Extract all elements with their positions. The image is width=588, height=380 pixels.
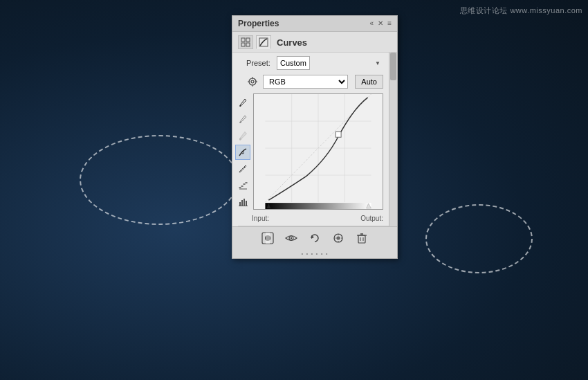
svg-rect-46 xyxy=(358,235,365,243)
eye-icon xyxy=(285,232,297,244)
curves-svg xyxy=(254,94,383,209)
curves-tool-icon[interactable] xyxy=(246,75,259,88)
svg-rect-16 xyxy=(239,202,241,206)
eyedropper-dark-svg xyxy=(238,98,248,107)
delete-button[interactable] xyxy=(353,230,370,246)
sample-shadows-tool[interactable] xyxy=(235,95,250,110)
sample-midtones-tool[interactable] xyxy=(235,111,250,127)
panel-title-bar: Properties « ✕ ≡ xyxy=(232,16,397,32)
svg-point-41 xyxy=(338,237,339,239)
title-controls: « ✕ ≡ xyxy=(370,20,392,27)
mask-icon xyxy=(261,232,274,244)
reset-button[interactable] xyxy=(306,230,323,246)
view-icon xyxy=(332,232,344,244)
auto-button[interactable]: Auto xyxy=(355,75,383,89)
channel-select-wrapper: RGB Red Green Blue xyxy=(263,75,348,89)
svg-point-11 xyxy=(240,105,241,107)
selection-oval-left xyxy=(80,135,239,225)
handle-dots: • • • • • • xyxy=(302,251,329,257)
eyedropper-light-svg xyxy=(238,131,248,141)
preset-label: Preset: xyxy=(246,59,273,67)
curves-main-area xyxy=(232,91,397,212)
close-button[interactable]: ✕ xyxy=(378,20,383,27)
eyedropper-mid-svg xyxy=(238,114,248,124)
bottom-toolbar xyxy=(232,226,397,249)
svg-rect-19 xyxy=(246,201,247,206)
panel-resize-handle[interactable]: • • • • • • xyxy=(232,249,397,258)
svg-rect-3 xyxy=(246,43,250,46)
add-mask-button[interactable] xyxy=(259,230,276,246)
trash-icon xyxy=(356,232,368,244)
histogram-svg xyxy=(238,197,248,207)
panel-scroll-area: Preset: Custom ▼ xyxy=(232,53,397,226)
svg-rect-18 xyxy=(244,199,245,206)
scrollbar-thumb[interactable] xyxy=(390,53,396,80)
selection-oval-right xyxy=(425,204,533,273)
curve-edit-svg xyxy=(238,147,248,157)
divider xyxy=(238,226,392,226)
pencil-svg xyxy=(238,164,248,174)
svg-point-14 xyxy=(242,152,244,154)
draw-curve-tool[interactable] xyxy=(235,161,250,177)
svg-rect-2 xyxy=(241,43,245,46)
smooth-curve-tool[interactable] xyxy=(235,178,250,193)
menu-button[interactable]: ≡ xyxy=(387,20,392,27)
svg-point-13 xyxy=(240,138,241,140)
tab-curves-icon[interactable] xyxy=(256,35,271,49)
svg-point-6 xyxy=(251,80,254,83)
preset-row: Preset: Custom ▼ xyxy=(232,53,397,73)
reset-icon xyxy=(309,232,321,244)
preset-select-wrapper: Custom ▼ xyxy=(277,56,383,70)
channel-row: RGB Red Green Blue Auto xyxy=(232,73,397,91)
svg-point-5 xyxy=(249,78,256,85)
view-button[interactable] xyxy=(330,230,347,246)
target-icon-svg xyxy=(247,76,258,87)
tab-row: Curves xyxy=(232,32,397,53)
svg-rect-30 xyxy=(265,203,371,209)
svg-point-12 xyxy=(240,122,241,123)
preset-select[interactable]: Custom xyxy=(277,56,310,70)
input-label: Input: xyxy=(252,215,269,222)
smooth-svg xyxy=(238,181,248,190)
curves-tab-svg xyxy=(259,37,268,47)
scrollbar[interactable] xyxy=(389,53,397,226)
grid-svg xyxy=(241,37,250,47)
svg-rect-35 xyxy=(266,233,270,244)
sample-highlights-tool[interactable] xyxy=(235,128,250,143)
svg-rect-1 xyxy=(246,38,250,42)
tool-column xyxy=(235,93,250,210)
visibility-button[interactable] xyxy=(283,230,300,246)
tab-adjustment-icon[interactable] xyxy=(238,35,253,49)
curves-graph[interactable] xyxy=(253,93,383,210)
svg-rect-29 xyxy=(336,132,341,137)
svg-rect-0 xyxy=(241,38,245,42)
channel-select[interactable]: RGB Red Green Blue xyxy=(263,75,348,89)
watermark: 思维设计论坛 www.missyuan.com xyxy=(460,6,582,16)
output-label: Output: xyxy=(360,215,383,222)
preset-select-arrow: ▼ xyxy=(375,60,380,66)
svg-point-37 xyxy=(291,237,292,239)
svg-rect-17 xyxy=(241,200,243,206)
collapse-button[interactable]: « xyxy=(370,20,374,27)
tab-curves-label[interactable]: Curves xyxy=(277,37,307,48)
io-row: Input: Output: xyxy=(232,212,397,224)
show-histogram-tool[interactable] xyxy=(235,194,250,210)
edit-points-tool[interactable] xyxy=(235,145,250,160)
panel-title: Properties xyxy=(238,19,279,28)
properties-panel: Properties « ✕ ≡ Curves xyxy=(232,15,398,259)
